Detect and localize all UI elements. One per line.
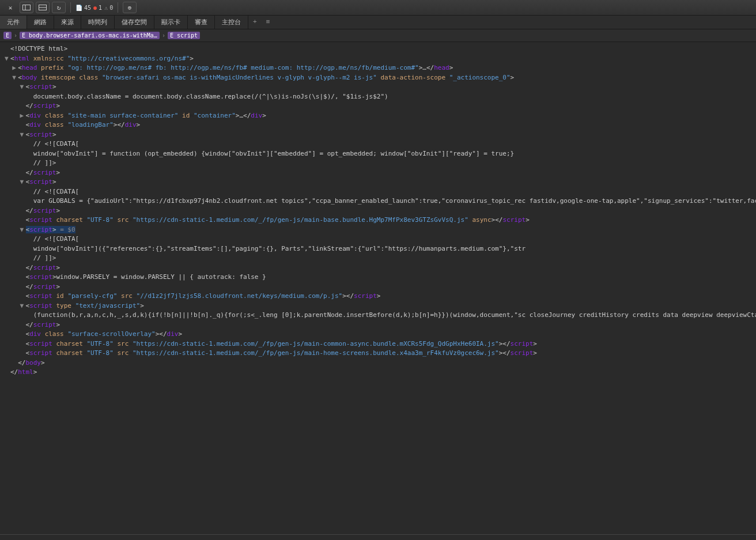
crumb[interactable]: E body.browser-safari.os-mac.is-withMa… [20, 32, 160, 39]
source-line[interactable]: ▶<div class="site-main surface-container… [5, 111, 756, 121]
source-line[interactable]: ▼<html xmlns:cc="http://creativecommons.… [5, 54, 756, 64]
warning-count[interactable]: ⚠ 0 [104, 5, 113, 11]
source-line[interactable]: </body> [5, 358, 756, 368]
source-line[interactable]: </html> [5, 368, 756, 377]
source-line[interactable]: // <![CDATA[ [5, 235, 756, 244]
source-line[interactable]: <script id="parsely-cfg" src="//d1z2jf7j… [5, 292, 756, 301]
source-line[interactable]: (function(b,r,a,n,c,h,_,s,d,k){if(!b[n]|… [5, 311, 756, 320]
source-line[interactable]: ▼<body itemscope class="browser-safari o… [5, 73, 756, 83]
source-line[interactable]: <script charset="UTF-8" src="https://cdn… [5, 339, 756, 349]
close-devtools-icon[interactable]: ✕ [3, 2, 17, 13]
source-line[interactable]: </script> [5, 101, 756, 111]
source-line[interactable]: // <![CDATA[ [5, 139, 756, 149]
source-line[interactable]: // ]]> [5, 254, 756, 263]
svg-rect-2 [23, 5, 31, 10]
source-line[interactable]: </script> [5, 206, 756, 216]
devtools-tab[interactable]: 儲存空間 [115, 16, 154, 29]
tab-menu-icon[interactable]: ≡ [262, 16, 275, 29]
devtools-tab[interactable]: 時間列 [81, 16, 115, 29]
reload-icon[interactable]: ↻ [52, 2, 66, 13]
source-line[interactable]: // <![CDATA[ [5, 187, 756, 197]
source-line[interactable]: </script> [5, 282, 756, 292]
source-line[interactable]: window["obvInit"]({"references":{},"stre… [5, 244, 756, 254]
source-line[interactable]: ▼<script> [5, 178, 756, 187]
source-line[interactable]: // ]]> [5, 158, 756, 168]
crumb[interactable]: E [3, 32, 12, 39]
source-line[interactable]: ▶<head prefix="og: http://ogp.me/ns# fb:… [5, 63, 756, 73]
doc-count[interactable]: 📄 45 [75, 5, 91, 11]
scrollbar[interactable] [0, 534, 756, 540]
source-line[interactable]: document.body.className = document.body.… [5, 92, 756, 102]
target-icon[interactable]: ⊕ [123, 2, 137, 13]
devtools-tab[interactable]: 網路 [27, 16, 54, 29]
devtools-toolbar: ✕ ↻ 📄 45 ● 1 ⚠ 0 ⊕ 🔍 搜尋 [0, 0, 756, 16]
source-line[interactable]: </script> [5, 263, 756, 273]
source-line[interactable]: <script charset="UTF-8" src="https://cdn… [5, 349, 756, 358]
source-line[interactable]: ▼<script type="text/javascript"> [5, 301, 756, 311]
dom-tree[interactable]: <!DOCTYPE html>▼<html xmlns:cc="http://c… [0, 42, 756, 534]
devtools-tab[interactable]: 審查 [188, 16, 215, 29]
source-line[interactable]: ▼<script> [5, 82, 756, 92]
error-count[interactable]: ● 1 [93, 5, 102, 11]
devtools-tab[interactable]: 元件 [0, 16, 27, 29]
devtools-tab[interactable]: 主控台 [215, 16, 248, 29]
source-line[interactable]: var GLOBALS = {"audioUrl":"https://d1fcb… [5, 197, 756, 206]
source-line[interactable]: ▼<script> = $0 [5, 225, 756, 235]
dom-breadcrumb: E › E body.browser-safari.os-mac.is-with… [0, 29, 756, 42]
crumb[interactable]: E script [168, 32, 200, 39]
source-line[interactable]: <script>window.PARSELY = window.PARSELY … [5, 273, 756, 282]
source-line[interactable]: window["obvInit"] = function (opt_embedd… [5, 149, 756, 159]
source-line[interactable]: </script> [5, 320, 756, 330]
source-line[interactable]: <!DOCTYPE html> [5, 44, 756, 54]
dock-bottom-icon[interactable] [36, 2, 50, 13]
add-tab-icon[interactable]: + [248, 16, 262, 29]
dock-left-icon[interactable] [20, 2, 33, 13]
devtools-tab[interactable]: 來源 [54, 16, 81, 29]
source-line[interactable]: </script> [5, 168, 756, 178]
source-line[interactable]: <script charset="UTF-8" src="https://cdn… [5, 216, 756, 225]
devtools-tab[interactable]: 顯示卡 [154, 16, 188, 29]
devtools: ✕ ↻ 📄 45 ● 1 ⚠ 0 ⊕ 🔍 搜尋 元件網路來源時間列儲存空間顯示卡… [0, 0, 756, 540]
source-line[interactable]: ▼<script> [5, 130, 756, 140]
source-line[interactable]: <div class="surface-scrollOverlay"></div… [5, 330, 756, 339]
source-line[interactable]: <div class="loadingBar"></div> [5, 120, 756, 130]
devtools-tabs: 元件網路來源時間列儲存空間顯示卡審查主控台+≡ [0, 16, 756, 29]
